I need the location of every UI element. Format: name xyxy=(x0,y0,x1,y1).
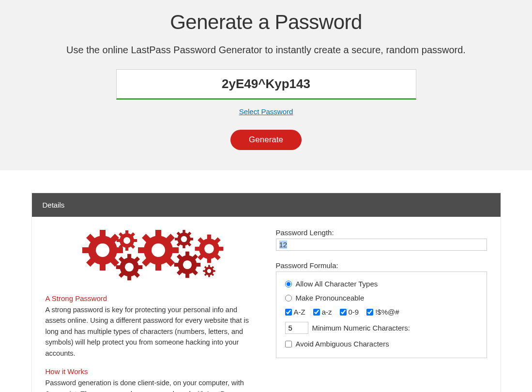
svg-point-71 xyxy=(207,269,211,273)
page-subtitle: Use the online LastPass Password Generat… xyxy=(0,45,532,56)
svg-rect-32 xyxy=(155,230,161,237)
svg-rect-25 xyxy=(116,265,120,269)
pronounceable-radio[interactable] xyxy=(285,295,292,302)
svg-point-61 xyxy=(204,244,214,254)
svg-rect-14 xyxy=(134,239,137,242)
svg-rect-64 xyxy=(218,247,223,251)
password-length-value: 12 xyxy=(279,241,288,249)
how-it-works-heading: How it Works xyxy=(46,367,257,376)
svg-rect-15 xyxy=(117,239,120,242)
allow-all-label: Allow All Character Types xyxy=(296,280,378,288)
svg-point-51 xyxy=(182,260,191,269)
svg-rect-73 xyxy=(208,275,210,277)
symbols-checkbox[interactable] xyxy=(366,309,373,316)
svg-rect-74 xyxy=(213,270,215,272)
svg-rect-35 xyxy=(138,247,145,253)
min-numeric-input[interactable] xyxy=(285,322,308,334)
details-panel: Details xyxy=(31,193,501,392)
svg-rect-33 xyxy=(155,264,161,271)
svg-rect-62 xyxy=(207,235,211,240)
svg-rect-42 xyxy=(182,230,185,233)
form-column: Password Length: 12 Password Formula: Al… xyxy=(276,228,487,392)
svg-rect-44 xyxy=(190,238,193,240)
password-length-label: Password Length: xyxy=(276,228,487,237)
svg-point-11 xyxy=(123,237,130,244)
svg-rect-34 xyxy=(172,247,179,253)
svg-rect-45 xyxy=(175,238,178,240)
pronounceable-label: Make Pronounceable xyxy=(296,294,365,302)
svg-rect-75 xyxy=(203,270,205,272)
svg-rect-2 xyxy=(100,230,106,237)
gears-icon xyxy=(78,228,224,282)
svg-rect-23 xyxy=(127,276,131,280)
svg-point-21 xyxy=(124,263,133,271)
hero-section: Generate a Password Use the online LastP… xyxy=(0,0,532,170)
svg-rect-3 xyxy=(100,264,106,271)
password-formula-label: Password Formula: xyxy=(276,261,487,270)
svg-point-31 xyxy=(152,243,165,257)
uppercase-checkbox[interactable] xyxy=(285,309,292,316)
svg-rect-54 xyxy=(196,263,200,267)
allow-all-radio[interactable] xyxy=(285,281,292,287)
lowercase-label: a-z xyxy=(322,308,332,316)
lowercase-checkbox[interactable] xyxy=(313,309,320,316)
digits-checkbox[interactable] xyxy=(340,309,347,316)
svg-point-1 xyxy=(96,243,109,257)
page-title: Generate a Password xyxy=(0,11,532,34)
formula-box: Allow All Character Types Make Pronounce… xyxy=(276,271,487,358)
symbols-label: !$%@# xyxy=(375,308,399,316)
svg-rect-24 xyxy=(138,265,142,269)
password-length-input[interactable]: 12 xyxy=(276,239,487,251)
avoid-ambiguous-checkbox[interactable] xyxy=(285,341,292,347)
how-it-works-body: Password generation is done client-side,… xyxy=(46,377,257,392)
svg-rect-22 xyxy=(127,254,131,258)
strong-password-heading: A Strong Password xyxy=(46,294,257,302)
generate-button[interactable]: Generate xyxy=(230,130,302,150)
svg-rect-72 xyxy=(208,265,210,267)
select-password-link[interactable]: Select Password xyxy=(239,107,293,116)
svg-rect-5 xyxy=(82,247,89,253)
generated-password-display[interactable]: 2yE49^Kyp143 xyxy=(116,69,416,100)
avoid-ambiguous-label: Avoid Ambiguous Characters xyxy=(296,340,389,348)
svg-rect-55 xyxy=(174,263,178,267)
digits-label: 0-9 xyxy=(349,308,359,316)
info-column: A Strong Password A strong password is k… xyxy=(46,228,257,392)
panel-header: Details xyxy=(32,193,501,217)
svg-rect-4 xyxy=(116,247,123,253)
svg-rect-13 xyxy=(125,247,128,251)
svg-rect-52 xyxy=(185,252,189,256)
svg-rect-43 xyxy=(182,245,185,248)
min-numeric-label: Minimum Numeric Characters: xyxy=(312,324,410,332)
svg-rect-53 xyxy=(185,273,189,278)
svg-rect-65 xyxy=(195,247,199,251)
svg-rect-63 xyxy=(207,258,211,263)
svg-rect-12 xyxy=(125,230,128,234)
uppercase-label: A-Z xyxy=(294,308,305,316)
svg-point-41 xyxy=(181,236,187,242)
strong-password-body: A strong password is key for protecting … xyxy=(46,304,257,359)
